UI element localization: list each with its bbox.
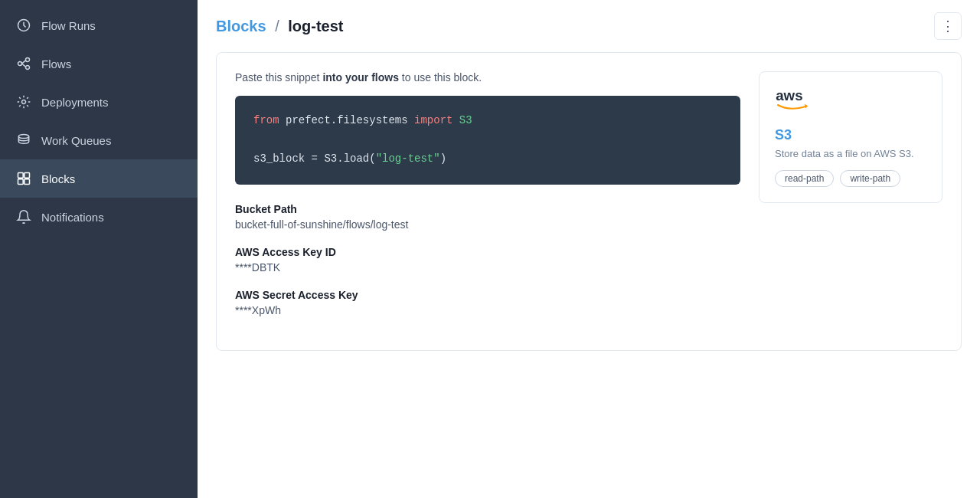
breadcrumb-current: log-test	[288, 18, 343, 34]
sidebar-item-label: Deployments	[41, 96, 109, 109]
svg-rect-11	[24, 179, 30, 185]
deployments-icon	[15, 93, 32, 110]
snippet-bold: into your flows	[322, 71, 399, 84]
sidebar-item-label: Notifications	[41, 211, 104, 224]
kw-close: )	[440, 152, 446, 165]
kw-class: S3	[452, 114, 472, 126]
svg-point-6	[22, 100, 26, 104]
svg-point-7	[18, 135, 28, 139]
sidebar-item-flow-runs[interactable]: Flow Runs	[0, 6, 198, 44]
svg-rect-9	[24, 173, 30, 179]
breadcrumb: Blocks / log-test	[216, 18, 344, 35]
svg-text:aws: aws	[776, 87, 802, 103]
sidebar-item-label: Blocks	[41, 172, 75, 185]
aws-secret-key-section: AWS Secret Access Key ****XpWh	[235, 289, 740, 316]
kw-method: S3.load(	[324, 152, 375, 165]
sidebar-item-label: Work Queues	[41, 134, 111, 147]
svg-line-5	[22, 64, 26, 67]
snippet-description: Paste this snippet into your flows to us…	[235, 71, 740, 84]
kw-module: prefect.filesystems	[279, 114, 414, 126]
bucket-path-label: Bucket Path	[235, 203, 740, 215]
kw-import: import	[414, 114, 452, 126]
code-block: from prefect.filesystems import S3 s3_bl…	[235, 96, 740, 185]
s3-description: Store data as a file on AWS S3.	[775, 148, 926, 159]
breadcrumb-separator: /	[275, 18, 279, 34]
code-line-3: s3_block = S3.load("log-test")	[253, 149, 722, 169]
svg-point-1	[18, 62, 22, 66]
sidebar-item-notifications[interactable]: Notifications	[0, 198, 198, 236]
tag-container: read-path write-path	[775, 170, 926, 187]
sidebar-item-work-queues[interactable]: Work Queues	[0, 121, 198, 159]
blocks-icon	[15, 170, 32, 187]
sidebar-item-deployments[interactable]: Deployments	[0, 83, 198, 121]
aws-key-id-label: AWS Access Key ID	[235, 246, 740, 258]
sidebar: Flow Runs Flows Deployments	[0, 0, 198, 498]
snippet-suffix: to use this block.	[399, 71, 482, 84]
tag-write-path: write-path	[840, 170, 900, 187]
svg-line-4	[22, 61, 26, 64]
breadcrumb-link[interactable]: Blocks	[216, 18, 266, 34]
page-header: Blocks / log-test ⋮	[198, 0, 980, 52]
left-section: Paste this snippet into your flows to us…	[235, 71, 740, 332]
kw-var: s3_block	[253, 152, 305, 165]
aws-logo-svg: aws	[775, 87, 821, 115]
flow-runs-icon	[15, 17, 32, 34]
svg-point-3	[26, 66, 30, 70]
sidebar-item-label: Flow Runs	[41, 19, 96, 32]
bucket-path-section: Bucket Path bucket-full-of-sunshine/flow…	[235, 203, 740, 231]
work-queues-icon	[15, 132, 32, 149]
aws-secret-key-value: ****XpWh	[235, 304, 740, 316]
service-info-panel: aws S3 Store data as a file on AWS S3. r…	[759, 71, 942, 203]
notifications-icon	[15, 208, 32, 225]
sidebar-item-flows[interactable]: Flows	[0, 44, 198, 83]
more-options-button[interactable]: ⋮	[934, 12, 962, 40]
kw-string: "log-test"	[376, 152, 440, 165]
block-detail-card: Paste this snippet into your flows to us…	[216, 52, 962, 351]
code-line-blank	[253, 130, 722, 149]
svg-point-2	[26, 58, 30, 62]
code-line-1: from prefect.filesystems import S3	[253, 111, 722, 130]
more-options-icon: ⋮	[941, 18, 955, 34]
sidebar-item-label: Flows	[41, 57, 71, 70]
aws-secret-key-label: AWS Secret Access Key	[235, 289, 740, 301]
aws-logo: aws	[775, 87, 926, 118]
bucket-path-value: bucket-full-of-sunshine/flows/log-test	[235, 218, 740, 231]
svg-rect-10	[18, 179, 24, 185]
main-content: Blocks / log-test ⋮ Paste this snippet i…	[198, 0, 980, 498]
snippet-prefix: Paste this snippet	[235, 71, 322, 84]
kw-eq: =	[305, 152, 324, 165]
sidebar-item-blocks[interactable]: Blocks	[0, 159, 198, 198]
kw-from: from	[253, 114, 279, 126]
aws-key-id-value: ****DBTK	[235, 261, 740, 274]
flows-icon	[15, 55, 32, 72]
svg-rect-8	[18, 173, 24, 179]
s3-title: S3	[775, 127, 926, 143]
aws-key-id-section: AWS Access Key ID ****DBTK	[235, 246, 740, 274]
tag-read-path: read-path	[775, 170, 834, 187]
